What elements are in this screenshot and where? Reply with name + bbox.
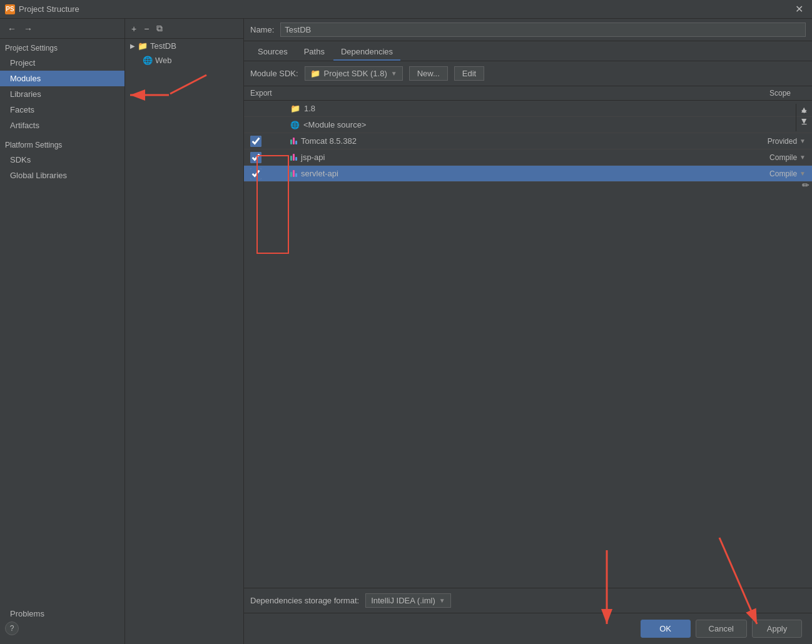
platform-settings-label: Platform Settings	[0, 136, 124, 152]
dependencies-scroll-area[interactable]: 📁 1.8 🌐 <Module source>	[244, 101, 812, 588]
dep-name-servlet-api: servlet-api	[301, 169, 338, 178]
jsp-api-scope-label: Compile	[769, 153, 797, 162]
check-cell-servlet-api[interactable]	[250, 168, 288, 179]
ok-button[interactable]: OK	[641, 620, 691, 638]
check-cell-tomcat[interactable]	[250, 136, 288, 147]
sidebar-item-project[interactable]: Project	[0, 55, 124, 71]
dep-name-1.8: 1.8	[304, 104, 315, 113]
project-settings-label: Project Settings	[0, 39, 124, 55]
sdk-dropdown[interactable]: 📁 Project SDK (1.8) ▼	[305, 66, 403, 81]
tomcat-scope-chevron: ▼	[799, 138, 806, 144]
sidebar-item-problems[interactable]: Problems	[0, 606, 124, 621]
web-icon: 🌐	[143, 56, 153, 65]
remove-module-button[interactable]: −	[141, 23, 151, 35]
dependencies-table: Export Scope ▲ ▼	[244, 86, 812, 588]
dep-row-servlet-api[interactable]: servlet-api Compile ▼	[244, 166, 812, 182]
name-label: Name:	[250, 25, 274, 34]
module-name-input[interactable]	[280, 23, 806, 37]
nav-forward-button[interactable]: →	[21, 23, 35, 35]
tree-item-web[interactable]: 🌐 Web	[125, 53, 243, 68]
servlet-api-checkbox[interactable]	[250, 168, 261, 179]
dep-name-module-source: <Module source>	[303, 120, 366, 129]
jsp-api-checkbox[interactable]	[250, 152, 261, 163]
content-area: Name: Sources Paths Dependencies Module …	[244, 19, 812, 644]
chevron-down-icon: ▼	[391, 70, 397, 77]
tree-item-testdb[interactable]: ▶ 📁 TestDB	[125, 39, 243, 53]
sidebar-item-global-libraries[interactable]: Global Libraries	[0, 168, 124, 183]
name-cell-1.8: 📁 1.8	[290, 104, 734, 113]
scope-cell-servlet-api[interactable]: Compile ▼	[737, 169, 806, 178]
apply-button[interactable]: Apply	[752, 620, 802, 638]
folder-icon: 📁	[138, 41, 148, 51]
remove-dependency-button[interactable]: −	[796, 118, 812, 131]
help-button[interactable]: ?	[5, 621, 19, 635]
sidebar-item-sdks[interactable]: SDKs	[0, 152, 124, 168]
sdk-folder-icon: 📁	[310, 69, 320, 78]
dialog-title: Project Structure	[19, 4, 79, 14]
check-cell-jsp-api[interactable]	[250, 152, 288, 163]
module-source-icon: 🌐	[290, 121, 300, 129]
sidebar-item-artifacts[interactable]: Artifacts	[0, 118, 124, 133]
name-cell-servlet-api: servlet-api	[290, 169, 734, 178]
main-container: ← → Project Settings Project Modules Lib…	[0, 19, 812, 644]
library-icon-servlet	[290, 170, 297, 177]
sidebar-item-modules[interactable]: Modules	[0, 71, 124, 86]
storage-format-row: Dependencies storage format: IntelliJ ID…	[244, 588, 812, 613]
dep-row-tomcat[interactable]: Tomcat 8.5.382 Provided ▼	[244, 133, 812, 149]
tomcat-scope-label: Provided	[768, 137, 797, 146]
dependencies-content: Module SDK: 📁 Project SDK (1.8) ▼ New...…	[244, 61, 812, 613]
tab-sources[interactable]: Sources	[250, 44, 295, 61]
servlet-api-scope-chevron: ▼	[799, 170, 806, 177]
app-icon: PS	[5, 4, 15, 14]
dep-row-module-source[interactable]: 🌐 <Module source>	[244, 117, 812, 133]
name-cell-tomcat: Tomcat 8.5.382	[290, 136, 734, 146]
dep-row-jsp-api[interactable]: jsp-api Compile ▼	[244, 149, 812, 166]
module-tree-toolbar: + − ⧉	[125, 19, 243, 39]
name-cell-module-source: 🌐 <Module source>	[290, 120, 734, 129]
close-button[interactable]: ✕	[791, 2, 807, 16]
dep-name-tomcat: Tomcat 8.5.382	[301, 136, 357, 146]
title-bar-left: PS Project Structure	[5, 4, 79, 14]
dep-name-jsp-api: jsp-api	[301, 153, 325, 162]
sidebar-item-facets[interactable]: Facets	[0, 102, 124, 118]
sdk-label: Module SDK:	[250, 69, 298, 78]
tomcat-checkbox[interactable]	[250, 136, 261, 147]
tab-dependencies[interactable]: Dependencies	[333, 44, 400, 61]
library-icon-jsp	[290, 154, 297, 161]
nav-back-button[interactable]: ←	[5, 23, 19, 35]
expand-icon: ▶	[130, 43, 135, 49]
name-cell-jsp-api: jsp-api	[290, 153, 734, 162]
sdk-new-button[interactable]: New...	[409, 66, 448, 81]
add-dependency-button[interactable]: +	[796, 104, 812, 118]
tabs-bar: Sources Paths Dependencies	[244, 41, 812, 61]
table-header: Export Scope	[244, 86, 812, 101]
storage-chevron-icon: ▼	[439, 597, 445, 604]
add-module-button[interactable]: +	[129, 23, 139, 35]
dep-row-1.8[interactable]: 📁 1.8	[244, 101, 812, 117]
storage-label: Dependencies storage format:	[250, 596, 359, 605]
sidebar-item-libraries[interactable]: Libraries	[0, 86, 124, 102]
tab-paths[interactable]: Paths	[297, 44, 332, 61]
sidebar-nav: ← →	[0, 19, 124, 39]
scope-cell-jsp-api[interactable]: Compile ▼	[737, 153, 806, 162]
title-bar: PS Project Structure ✕	[0, 0, 812, 19]
storage-format-dropdown[interactable]: IntelliJ IDEA (.iml) ▼	[365, 593, 450, 608]
storage-value: IntelliJ IDEA (.iml)	[371, 596, 435, 605]
copy-module-button[interactable]: ⧉	[154, 22, 165, 35]
name-bar: Name:	[244, 19, 812, 41]
module-tree-panel: + − ⧉ ▶ 📁 TestDB 🌐 Web	[125, 19, 244, 644]
jsp-api-scope-chevron: ▼	[799, 154, 806, 161]
library-icon-tomcat	[290, 138, 297, 144]
module-sdk-row: Module SDK: 📁 Project SDK (1.8) ▼ New...…	[244, 61, 812, 86]
scope-cell-tomcat[interactable]: Provided ▼	[737, 137, 806, 146]
cancel-button[interactable]: Cancel	[696, 620, 747, 638]
dialog-buttons: OK Cancel Apply	[244, 613, 812, 644]
edit-dependency-button[interactable]: ✏	[801, 179, 811, 191]
sidebar: ← → Project Settings Project Modules Lib…	[0, 19, 125, 644]
servlet-api-scope-label: Compile	[769, 169, 797, 178]
sdk-edit-button[interactable]: Edit	[454, 66, 484, 81]
sdk-value: Project SDK (1.8)	[324, 69, 387, 78]
scope-column-header: Scope	[722, 89, 791, 98]
folder-icon-1.8: 📁	[290, 104, 300, 113]
export-column-header: Export	[250, 89, 288, 98]
